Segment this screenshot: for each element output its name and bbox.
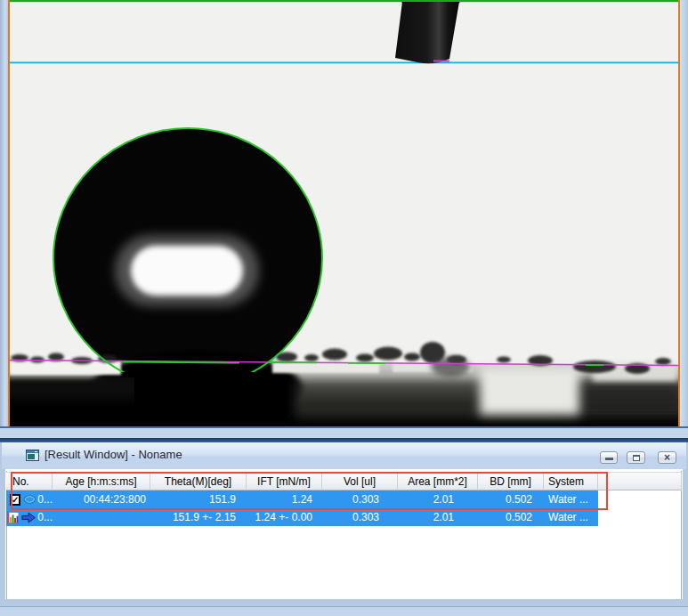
row-selector-cell: 0...	[6, 508, 53, 526]
column-header-age[interactable]: Age [h:m:s:ms]	[53, 472, 150, 490]
column-header-ift[interactable]: IFT [mN/m]	[247, 472, 322, 490]
column-header-theta[interactable]: Theta(M)[deg]	[150, 472, 247, 490]
cell-theta: 151.9	[150, 490, 247, 508]
cell-area: 2.01	[398, 490, 478, 508]
row-number: 0...	[37, 511, 53, 523]
column-header-bd[interactable]: BD [mm]	[478, 472, 544, 490]
minimize-button[interactable]	[600, 451, 618, 464]
cell-theta: 151.9 +- 2.15	[150, 508, 247, 526]
needle-level-line	[10, 62, 678, 64]
statistics-icon	[7, 511, 19, 524]
result-window-bottom-border	[0, 606, 688, 616]
needle-tip-marker	[433, 61, 449, 62]
video-border-right	[678, 0, 680, 426]
check-icon: ✓	[12, 496, 19, 504]
droplet	[53, 128, 322, 388]
result-window: [Result Window] - Noname × No. Age [h:m:…	[0, 438, 688, 616]
droplet-reflection	[131, 246, 243, 296]
restore-button[interactable]	[627, 451, 645, 464]
cell-ift: 1.24 +- 0.00	[247, 508, 322, 526]
cell-vol: 0.303	[322, 490, 398, 508]
arrow-right-icon	[21, 511, 36, 524]
cell-bd: 0.502	[478, 508, 544, 526]
cell-bd: 0.502	[478, 490, 544, 508]
cell-area: 2.01	[398, 508, 478, 526]
cell-system: Water ...	[544, 508, 598, 526]
result-window-icon	[26, 450, 39, 461]
row-number: 0...	[37, 493, 53, 506]
column-header-filler	[598, 472, 682, 490]
result-window-titlebar[interactable]: [Result Window] - Noname ×	[2, 442, 686, 469]
column-header-system[interactable]: System	[544, 472, 598, 490]
top-reference-line	[10, 0, 678, 3]
result-row-statistics[interactable]: 0... 151.9 +- 2.15 1.24 +- 0.00 0.303 2.…	[6, 508, 598, 526]
result-window-title: [Result Window] - Noname	[45, 448, 182, 461]
column-header-area[interactable]: Area [mm*2]	[398, 472, 478, 490]
cell-age	[53, 508, 150, 526]
column-header-vol[interactable]: Vol [ul]	[322, 472, 398, 490]
close-icon: ×	[664, 453, 670, 462]
result-row-measurement[interactable]: ✓ 0... 00:44:23:800 151.9 1.24 0.303 2.0…	[6, 490, 598, 508]
cell-age: 00:44:23:800	[53, 490, 150, 508]
minimize-icon	[605, 458, 613, 460]
row-checkbox[interactable]: ✓	[10, 494, 20, 506]
cell-vol: 0.303	[322, 508, 398, 526]
ellipse-fit-icon	[23, 493, 36, 506]
cell-system: Water ...	[544, 490, 598, 508]
camera-image[interactable]	[10, 0, 678, 426]
video-frame-left	[0, 0, 8, 426]
result-table-header: No. Age [h:m:s:ms] Theta(M)[deg] IFT [mN…	[6, 472, 682, 490]
video-window	[0, 0, 688, 438]
column-header-no[interactable]: No.	[6, 472, 53, 490]
needle	[395, 2, 459, 63]
cell-ift: 1.24	[247, 490, 322, 508]
app-screen: [Result Window] - Noname × No. Age [h:m:…	[0, 0, 688, 616]
row-selector-cell: ✓ 0...	[6, 490, 53, 508]
restore-icon	[633, 455, 640, 461]
close-button[interactable]: ×	[658, 451, 676, 464]
video-frame-right	[680, 0, 688, 426]
